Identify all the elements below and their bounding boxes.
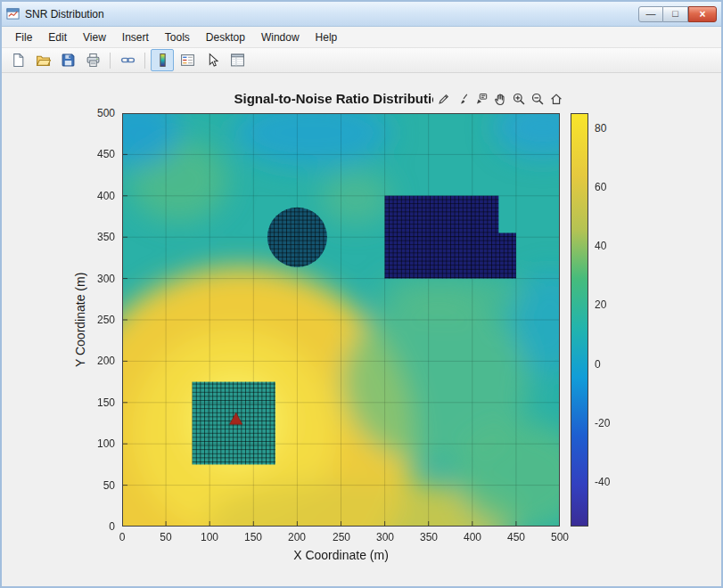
colorbar-tick-label: 40 — [595, 240, 627, 252]
open-file-button[interactable] — [31, 49, 54, 71]
print-figure-button[interactable] — [81, 49, 104, 71]
x-tick-label: 400 — [455, 531, 490, 543]
colorbar — [571, 113, 588, 527]
menu-view[interactable]: View — [75, 29, 114, 46]
colorbar-tick-label: -20 — [595, 417, 627, 429]
app-icon — [6, 7, 20, 20]
colorbar-tick-label: 60 — [595, 181, 627, 193]
window-controls: — □ × — [638, 6, 717, 22]
axes-toolbar — [433, 87, 566, 110]
colorbar-tick-label: 0 — [595, 358, 627, 371]
figure-window: SNR Distribution — □ × File Edit View In… — [0, 0, 723, 588]
save-figure-icon — [61, 53, 76, 68]
edit-plot-button[interactable] — [201, 49, 224, 71]
property-inspector-button[interactable] — [226, 49, 249, 71]
save-figure-button[interactable] — [56, 49, 79, 71]
new-figure-button[interactable] — [6, 49, 29, 71]
brush-button[interactable] — [454, 89, 471, 109]
pan-button[interactable] — [491, 89, 508, 109]
x-tick-label: 100 — [192, 531, 227, 543]
x-tick-label: 500 — [542, 531, 578, 543]
x-tick-label: 450 — [498, 531, 534, 543]
export-button[interactable] — [435, 89, 452, 109]
y-tick-label: 300 — [85, 273, 115, 285]
y-tick-label: 200 — [85, 355, 115, 367]
toolbar-separator — [144, 53, 145, 69]
y-tick-label: 400 — [85, 190, 115, 202]
close-button[interactable]: × — [688, 6, 717, 22]
x-tick-label: 200 — [279, 531, 315, 543]
menu-file[interactable]: File — [7, 29, 40, 46]
link-plot-button[interactable] — [116, 49, 139, 71]
restore-view-button[interactable] — [547, 89, 564, 109]
x-axis-label: X Coordinate (m) — [122, 548, 560, 562]
menu-window[interactable]: Window — [253, 29, 308, 46]
figure-toolbar — [2, 48, 721, 73]
x-tick-label: 300 — [367, 531, 403, 543]
menu-insert[interactable]: Insert — [114, 29, 157, 46]
y-tick-label: 250 — [85, 314, 115, 326]
menu-tools[interactable]: Tools — [157, 29, 198, 46]
datatips-button[interactable] — [472, 89, 489, 109]
menu-desktop[interactable]: Desktop — [198, 29, 253, 46]
maximize-button[interactable]: □ — [663, 6, 688, 22]
colorbar-tick-label: -40 — [595, 476, 627, 488]
print-figure-icon — [86, 53, 101, 68]
y-tick-label: 350 — [85, 231, 115, 243]
toolbar-separator — [110, 53, 111, 69]
menu-help[interactable]: Help — [308, 29, 346, 46]
insert-colorbar-icon — [155, 53, 170, 68]
pan-icon — [493, 92, 507, 106]
colorbar-tick-label: 20 — [595, 298, 627, 311]
home-icon — [549, 92, 563, 106]
new-figure-icon — [11, 53, 26, 68]
insert-legend-button[interactable] — [176, 49, 199, 71]
brush-icon — [456, 92, 470, 106]
window-title: SNR Distribution — [25, 8, 104, 20]
open-file-icon — [36, 53, 51, 68]
x-tick-label: 50 — [148, 531, 184, 543]
figure-canvas: Signal-to-Noise Ratio Distribution — [2, 73, 721, 586]
heatmap-plot[interactable] — [122, 113, 560, 527]
x-tick-label: 350 — [411, 531, 447, 543]
zoom-out-icon — [530, 92, 545, 106]
x-tick-label: 0 — [104, 531, 140, 543]
y-tick-label: 50 — [85, 479, 115, 492]
colorbar-tick-label: 80 — [595, 122, 627, 135]
menubar: File Edit View Insert Tools Desktop Wind… — [2, 27, 721, 48]
menu-edit[interactable]: Edit — [40, 29, 75, 46]
property-inspector-icon — [230, 53, 245, 68]
insert-colorbar-button[interactable] — [151, 49, 174, 71]
y-tick-label: 100 — [85, 437, 115, 450]
zoom-in-button[interactable] — [510, 89, 527, 109]
x-tick-label: 250 — [324, 531, 359, 543]
y-tick-label: 150 — [85, 396, 115, 409]
export-icon — [437, 92, 451, 106]
zoom-in-icon — [512, 92, 526, 106]
datatips-icon — [474, 92, 489, 106]
link-plot-icon — [120, 53, 136, 68]
minimize-button[interactable]: — — [638, 6, 663, 22]
insert-legend-icon — [180, 53, 195, 68]
titlebar[interactable]: SNR Distribution — □ × — [2, 2, 721, 27]
zoom-out-button[interactable] — [529, 89, 546, 109]
x-tick-label: 150 — [235, 531, 271, 543]
edit-plot-icon — [205, 53, 220, 68]
y-tick-label: 450 — [85, 148, 115, 160]
y-tick-label: 500 — [85, 107, 115, 119]
